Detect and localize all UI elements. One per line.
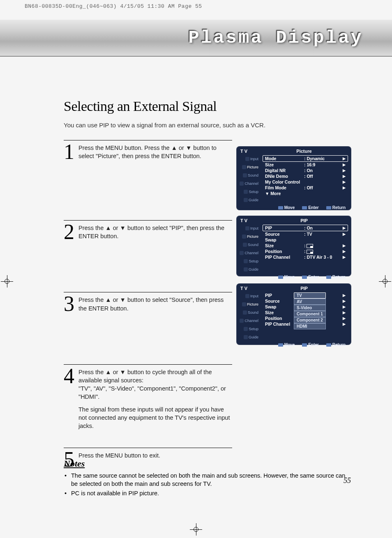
osd-hint-return: Return [326,275,346,279]
osd-menu-row: DNIe Demo: Off▶ [263,173,348,179]
dropdown-option: TV [294,292,326,299]
osd-hint-return: Return [326,343,346,347]
page-title: Selecting an External Signal [64,99,351,114]
step-number: 4 [64,367,78,385]
osd-sidebar-item: Setup [240,258,260,265]
osd-sidebar-item: Input [240,155,260,163]
osd-sidebar-item: Picture [240,301,260,308]
osd-sidebar-item: Guide [240,196,260,204]
step-text: Press the ▲ or ▼ button to cycle through… [78,367,232,435]
osd-menu-row: Digital NR: On▶ [263,168,348,173]
osd-header-left: T V [240,286,261,291]
osd-hint-enter: Enter [302,275,319,279]
step-text: Press the ▲ or ▼ button to select "PIP",… [78,223,232,241]
osd-header-title: Picture [261,149,347,154]
note-item: PC is not available in PIP picture. [64,489,351,497]
osd-sidebar-item: Setup [240,325,260,333]
osd-hint-enter: Enter [302,205,319,210]
step-number: 3 [64,295,78,313]
osd-menu-row: PIP: On▶ [263,225,348,231]
osd-menu-row: Source: TV▶ [263,231,348,237]
notes-section: Notes The same source cannot be selected… [64,458,351,498]
osd-source-dropdown: TVAVS-VideoComponent 1Component 2HDMI [295,292,326,329]
osd-menu-row: PIP Channel: DTV Air 3 - 0▶ [263,254,348,260]
osd-sidebar-item: Guide [240,333,260,341]
osd-hint-move: Move [278,275,295,279]
step-number: 1 [64,143,78,161]
osd-hint-enter: Enter [302,343,319,347]
osd-header-title: PIP [261,218,347,223]
osd-sidebar-item: Picture [240,163,260,171]
osd-sidebar-item: Sound [240,309,260,316]
osd-menu-row: My Color Control▶ [263,179,348,185]
osd-sidebar-item: Input [240,225,260,232]
osd-sidebar-item: Input [240,292,260,300]
osd-sidebar-item: Setup [240,188,260,195]
osd-hint-return: Return [326,205,346,210]
step-3: 3 Press the ▲ or ▼ button to select "Sou… [64,292,232,313]
osd-pip-menu: T V PIP InputPictureSoundChannelSetupGui… [236,216,351,276]
intro-text: You can use PIP to view a signal from an… [64,122,351,129]
crop-mark-icon [1,275,13,287]
banner-title: Plasma Display [188,28,363,48]
step-2: 2 Press the ▲ or ▼ button to select "PIP… [64,220,232,241]
dropdown-option: HDMI [294,323,326,329]
page-number: 55 [344,476,351,485]
osd-sidebar-item: Channel [240,180,260,187]
step-text: Press the MENU button. Press the ▲ or ▼ … [78,143,232,161]
osd-menu-row: Size: ▶ [263,243,348,248]
osd-sidebar-item: Sound [240,172,260,179]
osd-menu-row: Size: 16:9▶ [263,162,348,168]
step-1: 1 Press the MENU button. Press the ▲ or … [64,140,232,161]
osd-menu-row: Film Mode: Off▶ [263,185,348,191]
osd-pip-source-menu: T V PIP InputPictureSoundChannelSetupGui… [236,283,351,345]
file-header: BN68-00835D-00Eng_(046~063) 4/15/05 11:3… [25,3,202,9]
dropdown-option: AV [294,299,326,305]
osd-hint-move: Move [278,205,295,210]
osd-sidebar-item: Guide [240,266,260,273]
osd-header-left: T V [240,149,261,154]
step-4: 4 Press the ▲ or ▼ button to cycle throu… [64,364,232,435]
osd-menu-row: ▼ More [263,191,348,196]
dropdown-option: S-Video [294,305,326,311]
crop-mark-icon [190,523,202,536]
osd-menu-row: Mode: Dynamic▶ [263,155,348,162]
notes-heading: Notes [64,458,351,469]
dropdown-option: Component 2 [294,317,326,323]
osd-header-left: T V [240,218,261,223]
step-text: Press the ▲ or ▼ button to select "Sourc… [78,295,232,313]
page-banner: Plasma Display [0,20,392,57]
dropdown-option: Component 1 [294,311,326,317]
step-number: 2 [64,223,78,241]
osd-hint-move: Move [278,343,295,347]
crop-mark-icon [379,275,391,287]
osd-menu-row: Position: ▶ [263,248,348,254]
osd-sidebar-item: Channel [240,317,260,324]
osd-sidebar-item: Picture [240,233,260,240]
note-item: The same source cannot be selected on bo… [64,471,351,488]
osd-sidebar-item: Sound [240,241,260,248]
osd-header-title: PIP [261,286,347,291]
osd-picture-menu: T V Picture InputPictureSoundChannelSetu… [236,146,351,210]
osd-sidebar-item: Channel [240,249,260,257]
osd-menu-row: Swap [263,237,348,243]
